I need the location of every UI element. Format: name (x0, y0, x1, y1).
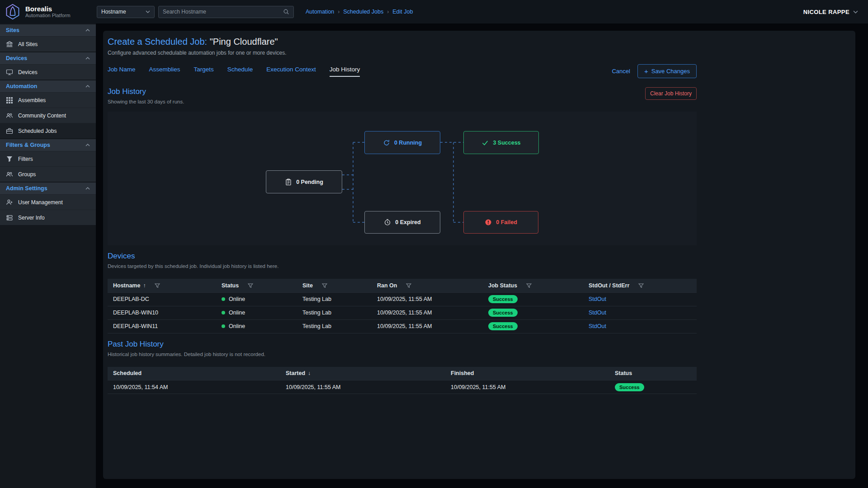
sidebar-item-filters[interactable]: Filters (0, 151, 96, 166)
sidebar-section-sites[interactable]: Sites (0, 23, 96, 36)
hostname-select-value: Hostname (101, 9, 126, 15)
borealis-logo-icon (5, 4, 21, 20)
sidebar-section-admin-settings[interactable]: Admin Settings (0, 182, 96, 194)
sidebar-item-groups[interactable]: Groups (0, 166, 96, 182)
filter-icon[interactable] (155, 283, 160, 288)
breadcrumb-edit-job[interactable]: Edit Job (392, 9, 413, 15)
sort-asc-icon[interactable]: ↑ (143, 282, 146, 289)
search-input[interactable] (163, 9, 283, 15)
clear-job-history-button[interactable]: Clear Job History (645, 87, 697, 100)
col-hostname-label[interactable]: Hostname (113, 282, 140, 289)
main-card: Create a Scheduled Job: "Ping Cloudflare… (103, 31, 855, 479)
cell-ranon: 10/09/2025, 11:55 AM (372, 319, 483, 333)
chevron-up-icon (85, 144, 90, 146)
stdout-link[interactable]: StdOut (589, 323, 606, 329)
col-finished-label[interactable]: Finished (451, 370, 474, 376)
grid-icon (6, 97, 13, 104)
cell-started: 10/09/2025, 11:55 AM (280, 380, 445, 394)
sidebar-item-server-info[interactable]: Server Info (0, 210, 96, 225)
section-label: Filters & Groups (6, 142, 50, 148)
table-row[interactable]: DEEPLAB-WIN10 Online Testing Lab 10/09/2… (108, 306, 697, 319)
sidebar-section-devices[interactable]: Devices (0, 52, 96, 64)
sidebar-item-label: Groups (18, 171, 36, 178)
sidebar-item-user-management[interactable]: User Management (0, 194, 96, 210)
flow-box-running[interactable]: 0 Running (364, 131, 440, 154)
col-stdout-label[interactable]: StdOut / StdErr (589, 282, 629, 289)
devices-subtitle: Devices targeted by this scheduled job. … (108, 263, 697, 269)
status-badge: Success (488, 322, 518, 330)
devices-table: Hostname ↑ Status Site (108, 279, 697, 333)
page-subtitle: Configure advanced schedulable automatio… (108, 50, 697, 56)
tab-job-history[interactable]: Job History (330, 66, 360, 77)
cell-site: Testing Lab (297, 292, 372, 306)
save-changes-label: Save Changes (651, 68, 690, 75)
col-scheduled-label[interactable]: Scheduled (113, 370, 142, 376)
table-row[interactable]: DEEPLAB-DC Online Testing Lab 10/09/2025… (108, 292, 697, 306)
filter-icon[interactable] (322, 283, 327, 288)
sidebar-item-label: Devices (18, 69, 38, 75)
devices-heading: Devices (108, 252, 697, 261)
sidebar-item-all-sites[interactable]: All Sites (0, 36, 96, 52)
save-changes-button[interactable]: + Save Changes (637, 64, 697, 78)
sidebar-item-community-content[interactable]: Community Content (0, 108, 96, 123)
search-icon[interactable] (283, 9, 289, 15)
col-status-label[interactable]: Status (615, 370, 632, 376)
job-history-subtitle: Showing the last 30 days of runs. (108, 99, 184, 104)
tab-assemblies[interactable]: Assemblies (149, 66, 180, 77)
table-row[interactable]: 10/09/2025, 11:54 AM 10/09/2025, 11:55 A… (108, 380, 697, 394)
breadcrumb-scheduled-jobs[interactable]: Scheduled Jobs (343, 9, 383, 15)
table-row[interactable]: DEEPLAB-WIN11 Online Testing Lab 10/09/2… (108, 319, 697, 333)
sidebar-section-automation[interactable]: Automation (0, 80, 96, 92)
chevron-down-icon (853, 10, 858, 14)
cell-stdout: StdOut (583, 306, 697, 319)
filter-icon[interactable] (406, 283, 411, 288)
user-menu[interactable]: NICOLE RAPPE (803, 9, 858, 15)
sidebar-item-devices[interactable]: Devices (0, 64, 96, 80)
sidebar-item-assemblies[interactable]: Assemblies (0, 92, 96, 108)
filter-icon[interactable] (526, 283, 532, 288)
flow-box-failed[interactable]: 0 Failed (463, 211, 538, 234)
breadcrumb-automation[interactable]: Automation (306, 9, 334, 15)
flow-box-expired[interactable]: 0 Expired (364, 211, 440, 234)
past-table-header-row: Scheduled Started ↓ Finished Status (108, 367, 697, 380)
sidebar-section-filters-groups[interactable]: Filters & Groups (0, 138, 96, 151)
briefcase-icon (6, 127, 13, 135)
col-jobstatus-label[interactable]: Job Status (488, 282, 517, 289)
col-status-label[interactable]: Status (222, 282, 239, 289)
past-job-history-subtitle: Historical job history summaries. Detail… (108, 352, 697, 357)
cell-status: Success (609, 380, 697, 394)
brand: Borealis Automation Platform (0, 4, 96, 20)
job-status-flow-diagram: 0 Pending 0 Running 3 Success (108, 112, 697, 245)
online-dot (222, 324, 225, 328)
sidebar-item-scheduled-jobs[interactable]: Scheduled Jobs (0, 123, 96, 138)
sort-desc-icon[interactable]: ↓ (308, 370, 311, 376)
section-label: Admin Settings (6, 185, 47, 192)
top-bar: Borealis Automation Platform Hostname Au… (0, 0, 868, 23)
hostname-select[interactable]: Hostname (97, 6, 155, 18)
status-badge: Success (488, 309, 518, 317)
online-dot (222, 311, 225, 314)
col-ranon-label[interactable]: Ran On (377, 282, 397, 289)
cancel-button[interactable]: Cancel (612, 68, 630, 75)
filter-icon[interactable] (248, 283, 253, 288)
sidebar-item-label: User Management (18, 199, 63, 206)
col-site-label[interactable]: Site (302, 282, 313, 289)
flow-box-success[interactable]: 3 Success (463, 131, 539, 154)
tab-execution-context[interactable]: Execution Context (266, 66, 316, 77)
stdout-link[interactable]: StdOut (589, 310, 606, 316)
tab-job-name[interactable]: Job Name (108, 66, 136, 77)
stdout-link[interactable]: StdOut (589, 296, 606, 302)
past-job-history-table: Scheduled Started ↓ Finished Status 10/0… (108, 367, 697, 394)
cell-stdout: StdOut (583, 319, 697, 333)
filter-icon[interactable] (638, 283, 644, 288)
sidebar: Sites All Sites Devices Devices Automati… (0, 23, 96, 488)
funnel-icon (6, 155, 13, 163)
section-label: Automation (6, 83, 37, 89)
chevron-up-icon (85, 29, 90, 32)
flow-box-pending[interactable]: 0 Pending (266, 170, 342, 193)
tab-targets[interactable]: Targets (194, 66, 214, 77)
brand-name: Borealis (25, 5, 71, 13)
col-started-label[interactable]: Started (286, 370, 305, 376)
cell-jobstatus: Success (483, 306, 583, 319)
tab-schedule[interactable]: Schedule (227, 66, 253, 77)
